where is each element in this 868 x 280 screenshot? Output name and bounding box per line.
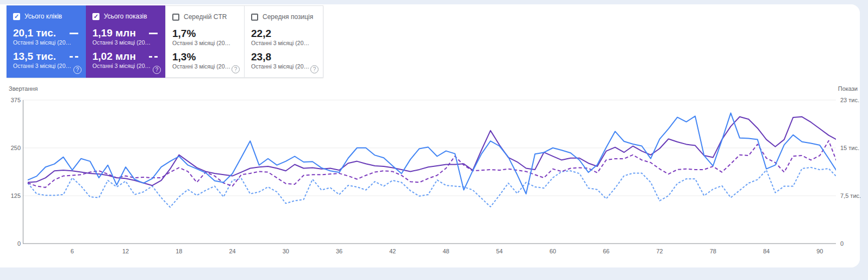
metric-period-current: Останні 3 місяці (20…	[13, 39, 79, 46]
left-axis-tick: 125	[4, 192, 21, 199]
metric-value-previous: 1,02 млн	[92, 51, 136, 63]
x-axis-tick: 24	[223, 248, 242, 254]
checkbox-unchecked-icon[interactable]	[251, 14, 258, 21]
x-axis-tick: 60	[544, 248, 562, 254]
x-axis-tick: 18	[170, 248, 188, 254]
help-icon[interactable]: ?	[310, 65, 319, 73]
left-axis-tick: 375	[4, 97, 21, 103]
x-axis-tick: 78	[704, 248, 722, 254]
x-axis-tick: 42	[383, 248, 402, 254]
x-axis-tick: 84	[757, 248, 776, 254]
metric-value-previous: 23,8	[251, 51, 271, 63]
right-axis-tick: 7,5 тис.	[840, 192, 868, 199]
performance-line-chart[interactable]	[23, 98, 836, 246]
x-axis-tick: 6	[63, 248, 82, 254]
dashed-line-sample-icon	[149, 56, 158, 58]
solid-line-sample-icon	[149, 33, 158, 34]
help-icon[interactable]: ?	[73, 66, 82, 74]
x-axis-tick: 12	[116, 248, 135, 254]
right-axis-title: Покази	[797, 85, 858, 92]
metric-period-previous: Останні 3 місяці (20…	[251, 63, 316, 70]
x-axis-tick: 72	[651, 248, 669, 254]
card-average-ctr[interactable]: Середній CTR 1,7% Останні 3 місяці (20… …	[165, 5, 245, 78]
left-axis-tick: 0	[4, 240, 21, 247]
metric-value-previous: 1,3%	[172, 51, 196, 63]
help-icon[interactable]: ?	[153, 66, 161, 74]
card-label: Середній CTR	[184, 13, 227, 21]
metric-value-current: 1,19 млн	[92, 27, 136, 39]
x-axis-tick: 36	[330, 248, 348, 254]
right-axis-tick: 23 тис.	[840, 97, 868, 103]
checkbox-checked-icon[interactable]: ✓	[13, 13, 20, 20]
left-axis-tick: 250	[4, 145, 21, 151]
dashed-line-sample-icon	[70, 56, 78, 58]
card-label: Усього показів	[104, 13, 147, 20]
metric-period-previous: Останні 3 місяці (20…	[13, 63, 79, 70]
metric-period-current: Останні 3 місяці (20…	[172, 40, 238, 47]
metric-period-previous: Останні 3 місяці (20…	[172, 63, 238, 70]
left-axis-title: Звертання	[9, 85, 38, 92]
x-axis-tick: 66	[597, 248, 615, 254]
x-axis-tick: 30	[277, 248, 295, 254]
metric-period-previous: Останні 3 місяці (20…	[92, 63, 159, 70]
metric-value-current: 20,1 тис.	[13, 27, 56, 39]
right-axis-tick: 15 тис.	[840, 145, 868, 151]
card-total-impressions[interactable]: ✓ Усього показів 1,19 млн Останні 3 міся…	[86, 5, 165, 78]
metric-period-current: Останні 3 місяці (20…	[251, 40, 316, 47]
checkbox-unchecked-icon[interactable]	[172, 14, 179, 21]
metric-value-current: 22,2	[251, 28, 271, 40]
card-total-clicks[interactable]: ✓ Усього кліків 20,1 тис. Останні 3 міся…	[7, 5, 86, 78]
right-axis-tick: 0	[840, 240, 868, 247]
x-axis-tick: 54	[490, 248, 509, 254]
metric-cards: ✓ Усього кліків 20,1 тис. Останні 3 міся…	[7, 5, 323, 78]
card-label: Середня позиція	[263, 13, 313, 21]
card-average-position[interactable]: Середня позиція 22,2 Останні 3 місяці (2…	[244, 5, 323, 78]
metric-value-previous: 13,5 тис.	[13, 51, 56, 63]
checkbox-checked-icon[interactable]: ✓	[92, 13, 99, 20]
solid-line-sample-icon	[70, 33, 78, 34]
x-axis-tick: 90	[810, 248, 829, 254]
metric-period-current: Останні 3 місяці (20…	[92, 39, 159, 46]
metric-value-current: 1,7%	[172, 28, 196, 40]
help-icon[interactable]: ?	[232, 65, 240, 73]
card-label: Усього кліків	[24, 13, 62, 20]
x-axis-tick: 48	[437, 248, 455, 254]
